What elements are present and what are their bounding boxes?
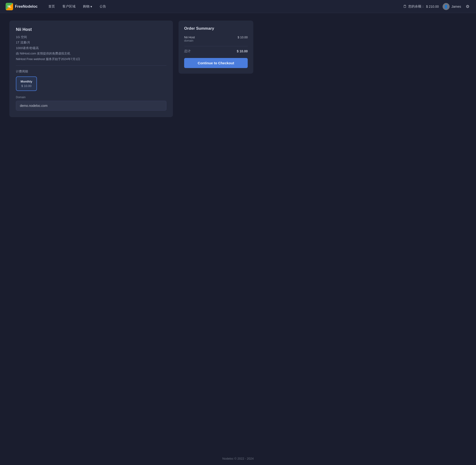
- avatar: 👤: [443, 3, 450, 10]
- checkout-button[interactable]: Continue to Checkout: [184, 58, 248, 68]
- order-total-label: 总计: [184, 49, 191, 53]
- order-summary: Order Summary Nii Host domain $ 10.00 总计…: [178, 21, 253, 74]
- nav-announcements[interactable]: 公告: [96, 3, 109, 11]
- balance-label: 您的余额：: [408, 4, 424, 9]
- domain-label: Domain: [16, 96, 166, 99]
- footer-text: Nodeloc © 2022 - 2024: [222, 457, 254, 460]
- order-total-price: $ 10.00: [237, 49, 248, 53]
- order-summary-title: Order Summary: [184, 26, 248, 31]
- order-divider: [184, 46, 248, 46]
- billing-label: 计费周期: [16, 69, 166, 74]
- order-item: Nii Host domain $ 10.00: [184, 36, 248, 42]
- order-total: 总计 $ 10.00: [184, 49, 248, 53]
- balance-amount: $ 210.00: [426, 5, 439, 8]
- logo-icon: NL: [6, 3, 13, 10]
- nav-links: 首页 客户区域 购物 ▾ 公告: [45, 3, 403, 11]
- order-item-name: Nii Host: [184, 36, 195, 39]
- balance-area: 🗒 您的余额： $ 210.00: [403, 4, 439, 9]
- order-item-price: $ 10.00: [238, 36, 248, 39]
- footer: Nodeloc © 2022 - 2024: [0, 452, 476, 465]
- wallet-icon: 🗒: [403, 4, 407, 9]
- billing-price: $ 10.00: [21, 84, 32, 88]
- nav-shop[interactable]: 购物 ▾: [80, 3, 95, 11]
- product-divider: [16, 65, 166, 66]
- logo-text: NL: [8, 5, 11, 8]
- billing-options: Monthly $ 10.00: [16, 76, 166, 91]
- domain-input[interactable]: [16, 101, 166, 111]
- order-item-sub: domain: [184, 39, 195, 42]
- nav-home[interactable]: 首页: [45, 3, 58, 11]
- chevron-down-icon: ▾: [90, 5, 92, 8]
- main-content: Nii Host 1G 空间 1T 流量/月 1000请求/秒最高 由 NiiH…: [0, 13, 476, 452]
- theme-toggle-button[interactable]: ⚙: [465, 3, 470, 10]
- product-card: Nii Host 1G 空间 1T 流量/月 1000请求/秒最高 由 NiiH…: [9, 21, 173, 117]
- user-area[interactable]: 👤 James: [443, 3, 461, 10]
- product-title: Nii Host: [16, 27, 166, 32]
- nav-client[interactable]: 客户区域: [59, 3, 79, 11]
- billing-option-monthly[interactable]: Monthly $ 10.00: [16, 76, 37, 91]
- brand[interactable]: NL FreeNodeloc: [6, 3, 38, 10]
- navbar: NL FreeNodeloc 首页 客户区域 购物 ▾ 公告 🗒 您的余额： $…: [0, 0, 476, 13]
- username: James: [451, 5, 461, 8]
- nav-right: 🗒 您的余额： $ 210.00 👤 James ⚙: [403, 3, 470, 10]
- product-features: 1G 空间 1T 流量/月 1000请求/秒最高 由 NiiHost.com 友…: [16, 34, 166, 62]
- billing-period: Monthly: [21, 80, 32, 83]
- brand-name: FreeNodeloc: [15, 4, 38, 9]
